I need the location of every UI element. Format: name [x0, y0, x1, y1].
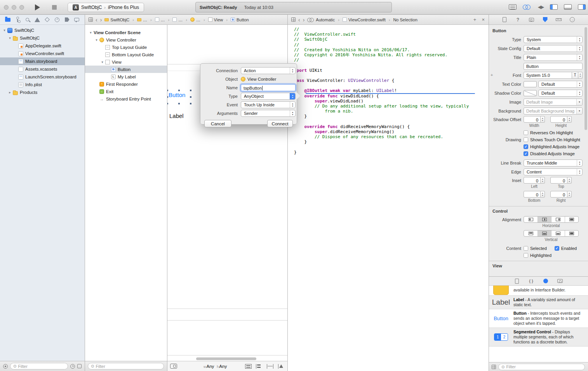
assistant-mode-crumb[interactable]: Automatic: [307, 17, 335, 22]
run-button[interactable]: [35, 4, 40, 10]
navigator-row[interactable]: ▾SwiftObjC: [0, 34, 85, 42]
selected-checkbox[interactable]: [524, 246, 528, 251]
code-line[interactable]: }: [294, 139, 489, 144]
window-close-button[interactable]: [4, 5, 9, 10]
enabled-checkbox[interactable]: [555, 246, 559, 251]
back-button[interactable]: ‹: [298, 17, 300, 23]
code-line[interactable]: mport UIKit: [294, 68, 489, 73]
disclosure-triangle[interactable]: ▾: [2, 28, 7, 32]
selection-handle[interactable]: [178, 102, 180, 105]
selection-handle[interactable]: [190, 89, 192, 92]
scm-status-icon[interactable]: [77, 364, 82, 368]
horizontal-scrollbar[interactable]: [196, 357, 256, 360]
breadcrumb-item[interactable]: …: [190, 17, 200, 22]
navigator-filter-field[interactable]: ⊙Filter: [10, 363, 68, 369]
identity-inspector-tab[interactable]: [528, 17, 535, 23]
event-popup[interactable]: Touch Up Inside: [241, 101, 296, 108]
related-items-icon[interactable]: [291, 17, 296, 22]
scheme-device[interactable]: iPhone 6s Plus: [108, 5, 139, 10]
standard-editor-button[interactable]: [508, 3, 517, 10]
filter-scope-icon[interactable]: [3, 364, 8, 369]
source-editor[interactable]: //// ViewController.swift// SwiftObjC///…: [287, 25, 489, 371]
code-line[interactable]: // Created by Yoshihisa Nitta on 2016/06…: [294, 47, 489, 52]
code-line[interactable]: override func viewDidLoad() {: [294, 94, 489, 99]
navigator-row[interactable]: Info.plist: [0, 81, 85, 88]
code-snippet-library-tab[interactable]: { }: [528, 278, 535, 284]
object-library-tab[interactable]: [542, 278, 549, 284]
code-line[interactable]: from a nib.: [294, 109, 489, 114]
toggle-debug-area-button[interactable]: [563, 3, 572, 10]
code-line[interactable]: lass ViewController: UIViewController {: [294, 78, 489, 83]
connect-button[interactable]: Connect: [267, 120, 293, 127]
inset-right-stepper[interactable]: 0: [550, 191, 572, 198]
navigator-row[interactable]: ▾SwiftObjC: [0, 26, 85, 34]
code-line[interactable]: [294, 119, 489, 124]
close-assistant-editor-button[interactable]: ×: [482, 17, 485, 23]
outline-row[interactable]: ▾View Controller: [85, 36, 167, 43]
library-filter-field[interactable]: ⊙Filter: [498, 364, 585, 370]
disclosure-triangle[interactable]: ▾: [94, 38, 99, 42]
disclosure-triangle[interactable]: ▾: [89, 31, 93, 35]
align-icon[interactable]: [256, 364, 263, 369]
library-item-view-controller[interactable]: available in Interface Builder.: [489, 286, 588, 296]
debug-navigator-tab[interactable]: [54, 17, 60, 23]
align-horizontal-fill-segment[interactable]: [565, 217, 578, 222]
forward-button[interactable]: ›: [303, 17, 305, 23]
image-combo[interactable]: Default Image: [524, 99, 583, 106]
font-size-stepper[interactable]: [578, 72, 583, 79]
file-crumb[interactable]: ViewController.swift: [343, 17, 386, 22]
code-line[interactable]: super.didReceiveMemoryWarning(): [294, 129, 489, 134]
code-line[interactable]: // ViewController.swift: [294, 32, 489, 37]
add-localization-icon[interactable]: +: [491, 73, 493, 77]
align-horizontal-center-segment[interactable]: [538, 217, 551, 222]
disclosure-triangle[interactable]: ▾: [8, 36, 12, 40]
stop-button[interactable]: [52, 5, 57, 10]
outline-row[interactable]: First Responder: [85, 80, 167, 88]
outline-row[interactable]: Top Layout Guide: [85, 43, 167, 51]
shadow-offset-height-stepper[interactable]: 0: [550, 116, 572, 123]
source-control-navigator-tab[interactable]: [14, 17, 21, 23]
arguments-popup[interactable]: Sender: [241, 110, 296, 117]
code-line[interactable]: override func didReceiveMemoryWarning() …: [294, 124, 489, 129]
code-line[interactable]: }: [294, 150, 489, 155]
code-line[interactable]: //: [294, 27, 489, 32]
navigator-row[interactable]: ViewController.swift: [0, 50, 85, 57]
version-editor-button[interactable]: ◀▶: [536, 3, 545, 10]
file-inspector-tab[interactable]: [501, 17, 508, 23]
breadcrumb-item[interactable]: …: [172, 17, 183, 22]
outline-row[interactable]: BButton: [85, 66, 167, 73]
inset-bottom-stepper[interactable]: 0: [524, 191, 545, 198]
find-navigator-tab[interactable]: [24, 17, 31, 23]
size-inspector-tab[interactable]: [555, 17, 562, 23]
breadcrumb-item[interactable]: BButton: [231, 17, 249, 22]
canvas-button[interactable]: Button: [169, 92, 185, 98]
size-class-control[interactable]: wAny hAny: [204, 364, 227, 369]
type-popup[interactable]: System: [524, 36, 583, 43]
code-line[interactable]: }: [294, 114, 489, 119]
background-combo[interactable]: Default Background Imag: [524, 107, 583, 114]
highlighted-adjusts-image-checkbox[interactable]: [524, 144, 528, 149]
code-line[interactable]: [294, 73, 489, 78]
embed-in-stack-icon[interactable]: [245, 364, 252, 369]
breadcrumb-item[interactable]: View: [208, 17, 223, 22]
disclosure-triangle[interactable]: ▸: [8, 90, 12, 94]
font-field[interactable]: System 15.0 T: [524, 72, 583, 79]
code-line[interactable]: //: [294, 57, 489, 62]
attributes-inspector-tab[interactable]: [542, 17, 549, 23]
outline-row[interactable]: LMy Label: [85, 73, 167, 80]
align-vertical-center-segment[interactable]: [538, 231, 551, 236]
code-line[interactable]: // Copyright © 2016年 Yoshihisa Nitta. Al…: [294, 52, 489, 57]
disabled-adjusts-image-checkbox[interactable]: [524, 151, 528, 156]
text-color-well[interactable]: [524, 81, 537, 87]
inset-left-stepper[interactable]: 0: [524, 177, 545, 184]
window-zoom-button[interactable]: [19, 5, 24, 10]
issue-navigator-tab[interactable]: [34, 17, 40, 23]
test-navigator-tab[interactable]: [44, 17, 50, 23]
canvas-label[interactable]: Label: [169, 113, 184, 119]
align-horizontal-left-segment[interactable]: [524, 217, 538, 222]
window-minimize-button[interactable]: [12, 5, 16, 10]
navigator-row[interactable]: AppDelegate.swift: [0, 42, 85, 50]
code-line[interactable]: [294, 83, 489, 88]
line-break-popup[interactable]: Truncate Middle: [524, 159, 583, 166]
outline-filter-field[interactable]: ⊙Filter: [88, 363, 164, 369]
